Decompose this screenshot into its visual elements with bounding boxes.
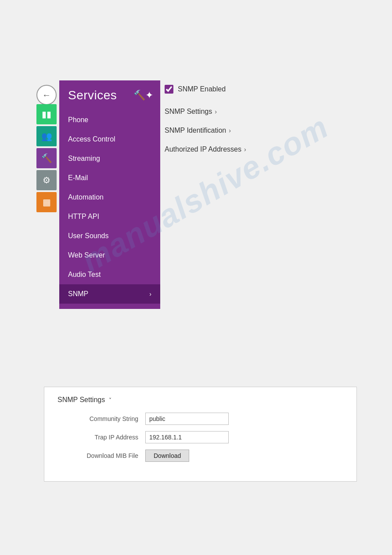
sidebar-item-user-sounds[interactable]: User Sounds: [59, 226, 160, 246]
authorized-ip-link[interactable]: Authorized IP Addresses ›: [165, 140, 383, 159]
sidebar-menu: Phone Access Control Streaming E-Mail Au…: [59, 110, 160, 304]
back-button[interactable]: ←: [36, 85, 57, 105]
download-mib-row: Download MIB File Download: [58, 450, 343, 462]
sidebar-header: Services 🔨✦: [59, 80, 160, 110]
trap-ip-row: Trap IP Address: [58, 431, 343, 443]
main-content: SNMP Enabled SNMP Settings › SNMP Identi…: [165, 80, 383, 163]
sidebar-item-streaming[interactable]: Streaming: [59, 149, 160, 168]
snmp-settings-arrow-icon: ›: [215, 108, 217, 115]
snmp-settings-panel: SNMP Settings ˅ Community String Trap IP…: [44, 387, 357, 482]
sidebar-item-email[interactable]: E-Mail: [59, 168, 160, 188]
sidebar-item-phone[interactable]: Phone: [59, 110, 160, 130]
snmp-identification-link[interactable]: SNMP Identification ›: [165, 121, 383, 140]
users-icon[interactable]: 👥: [36, 126, 57, 146]
bar-chart-icon[interactable]: ▮▮: [36, 104, 57, 124]
sidebar: Services 🔨✦ Phone Access Control Streami…: [59, 80, 160, 309]
snmp-settings-link[interactable]: SNMP Settings ›: [165, 102, 383, 121]
authorized-ip-label: Authorized IP Addresses: [165, 145, 241, 153]
community-string-row: Community String: [58, 413, 343, 425]
snmp-enabled-label: SNMP Enabled: [178, 85, 226, 93]
sidebar-item-audio-test[interactable]: Audio Test: [59, 265, 160, 284]
community-string-input[interactable]: [145, 413, 229, 425]
trap-ip-label: Trap IP Address: [58, 434, 145, 441]
snmp-identification-arrow-icon: ›: [229, 127, 231, 134]
snmp-identification-label: SNMP Identification: [165, 127, 226, 134]
sidebar-wrench-icon: 🔨✦: [133, 90, 153, 101]
snmp-enabled-checkbox[interactable]: [165, 85, 173, 94]
sidebar-item-http-api[interactable]: HTTP API: [59, 207, 160, 226]
sidebar-item-access-control[interactable]: Access Control: [59, 130, 160, 149]
sidebar-item-snmp[interactable]: SNMP ›: [59, 284, 160, 304]
trap-ip-input[interactable]: [145, 431, 229, 443]
snmp-options: SNMP Enabled SNMP Settings › SNMP Identi…: [165, 80, 383, 163]
sidebar-item-web-server[interactable]: Web Server: [59, 246, 160, 265]
download-mib-label: Download MIB File: [58, 452, 145, 459]
wrench-icon[interactable]: 🔨: [36, 148, 57, 168]
sidebar-item-automation[interactable]: Automation: [59, 188, 160, 207]
sidebar-title: Services: [68, 88, 117, 102]
back-icon: ←: [42, 90, 51, 100]
authorized-ip-arrow-icon: ›: [244, 146, 246, 153]
community-string-label: Community String: [58, 415, 145, 422]
snmp-enabled-row: SNMP Enabled: [165, 85, 383, 94]
snmp-settings-panel-title: SNMP Settings ˅: [58, 396, 343, 404]
snmp-chevron-icon: ›: [149, 290, 151, 297]
grid-icon[interactable]: ▦: [36, 192, 57, 212]
snmp-settings-chevron-icon: ˅: [109, 397, 111, 403]
gear-icon[interactable]: ⚙: [36, 170, 57, 190]
page-wrapper: ← ▮▮ 👥 🔨 ⚙ ▦ Services 🔨✦ Phone Access Co…: [0, 0, 392, 555]
snmp-settings-label: SNMP Settings: [165, 108, 212, 116]
icon-strip: ▮▮ 👥 🔨 ⚙ ▦: [36, 104, 59, 212]
download-button[interactable]: Download: [145, 450, 189, 462]
